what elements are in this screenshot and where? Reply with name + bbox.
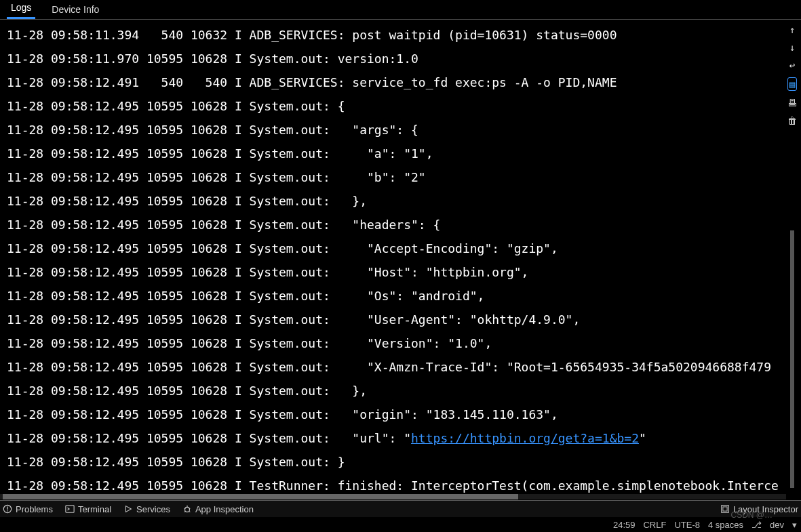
status-caret-pos[interactable]: 24:59 — [613, 520, 636, 530]
arrow-up-icon[interactable]: ↑ — [789, 24, 795, 35]
tool-problems[interactable]: Problems — [3, 504, 53, 514]
watermark: CSDN @… — [730, 510, 773, 520]
vertical-scrollbar[interactable] — [790, 230, 794, 488]
log-line: 11-28 09:58:12.495 10595 10628 I System.… — [7, 260, 777, 284]
log-url-link[interactable]: https://httpbin.org/get?a=1&b=2 — [411, 431, 639, 445]
log-line: 11-28 09:58:12.495 10595 10628 I System.… — [7, 118, 777, 142]
logcat-tabs: Logs Device Info — [0, 0, 801, 20]
svg-rect-1 — [7, 507, 7, 510]
tool-terminal[interactable]: Terminal — [65, 504, 111, 514]
tool-app-inspection[interactable]: App Inspection — [182, 504, 254, 514]
log-line: 11-28 09:58:12.495 10595 10628 I System.… — [7, 308, 777, 331]
log-content: 11-28 09:58:11.394 540 10632 I ADB_SERVI… — [0, 19, 784, 497]
print-icon[interactable]: 🖶 — [787, 98, 797, 108]
log-line: 11-28 09:58:12.495 10595 10628 I System.… — [7, 426, 777, 450]
log-line: 11-28 09:58:12.495 10595 10628 I System.… — [7, 165, 777, 189]
log-line: 11-28 09:58:12.495 10595 10628 I System.… — [7, 450, 777, 474]
tool-services[interactable]: Services — [123, 504, 170, 514]
layout-inspector-icon — [720, 504, 730, 514]
log-line: 11-28 09:58:11.970 10595 10628 I System.… — [7, 47, 777, 70]
tab-device-info[interactable]: Device Info — [47, 1, 103, 19]
wrap-icon[interactable]: ↩ — [789, 60, 795, 70]
status-git-branch[interactable]: dev — [770, 520, 784, 530]
services-icon — [123, 504, 133, 514]
log-line: 11-28 09:58:12.495 10595 10628 I System.… — [7, 284, 777, 308]
log-viewport[interactable]: 11-28 09:58:11.394 540 10632 I ADB_SERVI… — [0, 19, 784, 502]
horizontal-scrollbar-thumb[interactable] — [3, 494, 518, 499]
log-line: 11-28 09:58:12.495 10595 10628 I System.… — [7, 355, 777, 379]
svg-point-5 — [184, 507, 189, 512]
svg-marker-4 — [126, 506, 132, 512]
status-encoding[interactable]: UTE-8 — [674, 520, 700, 530]
git-branch-icon[interactable]: ⎇ — [751, 520, 762, 530]
log-line: 11-28 09:58:12.491 540 540 I ADB_SERVICE… — [7, 70, 777, 94]
status-line-sep[interactable]: CRLF — [643, 520, 666, 530]
log-right-toolbar: ↑ ↓ ↩ ▤ 🖶 🗑 — [785, 24, 800, 126]
log-line: 11-28 09:58:12.495 10595 10628 I System.… — [7, 94, 777, 118]
bug-icon — [182, 504, 192, 514]
tool-services-label: Services — [136, 504, 170, 514]
log-line: 11-28 09:58:12.495 10595 10628 I System.… — [7, 331, 777, 355]
svg-rect-7 — [723, 507, 727, 511]
status-bar: 24:59 CRLF UTE-8 4 spaces ⎇ dev ▾ — [0, 517, 801, 532]
trash-icon[interactable]: 🗑 — [787, 115, 797, 126]
log-line: 11-28 09:58:12.495 10595 10628 I System.… — [7, 403, 777, 426]
tool-app-inspection-label: App Inspection — [195, 504, 254, 514]
svg-rect-6 — [722, 506, 729, 513]
tool-terminal-label: Terminal — [78, 504, 111, 514]
log-line: 11-28 09:58:11.394 540 10632 I ADB_SERVI… — [7, 23, 777, 47]
log-line: 11-28 09:58:12.495 10595 10628 I System.… — [7, 237, 777, 260]
chevron-down-icon[interactable]: ▾ — [792, 520, 797, 530]
log-line: 11-28 09:58:12.495 10595 10628 I System.… — [7, 142, 777, 165]
tool-problems-label: Problems — [16, 504, 53, 514]
log-line: 11-28 09:58:12.495 10595 10628 I System.… — [7, 379, 777, 403]
terminal-icon — [65, 504, 75, 514]
status-indent[interactable]: 4 spaces — [708, 520, 743, 530]
arrow-down-icon[interactable]: ↓ — [789, 42, 795, 53]
warning-icon — [3, 504, 12, 514]
svg-rect-2 — [7, 510, 7, 511]
tool-window-bar: Problems Terminal Services App Inspectio… — [0, 500, 801, 517]
log-line: 11-28 09:58:12.495 10595 10628 I System.… — [7, 189, 777, 213]
layout-icon[interactable]: ▤ — [787, 77, 797, 91]
log-line: 11-28 09:58:12.495 10595 10628 I System.… — [7, 213, 777, 237]
tab-logs[interactable]: Logs — [7, 0, 35, 19]
